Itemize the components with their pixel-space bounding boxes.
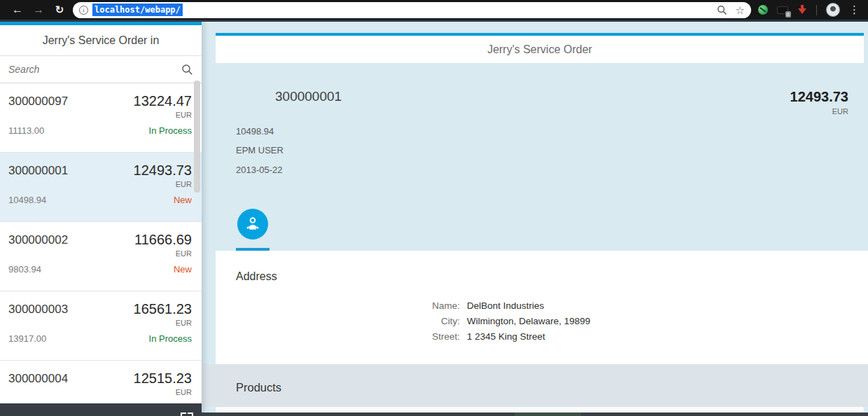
browser-menu-icon[interactable]: ⋮ <box>849 0 860 20</box>
field-label: Name: <box>216 298 460 314</box>
field-label: City: <box>216 314 460 329</box>
address-heading: Address <box>236 270 277 283</box>
page-info-icon[interactable]: i <box>79 6 88 15</box>
order-id: 300000002 <box>8 231 68 247</box>
address-form: Name: DelBont Industries City: Wilmingto… <box>216 298 868 345</box>
list-item[interactable]: 300000002 11666.69 EUR 9803.94 New <box>0 222 202 291</box>
status-badge: New <box>174 195 192 205</box>
search-input[interactable] <box>8 64 181 75</box>
tab-customer[interactable] <box>237 209 268 240</box>
toolbar-divider <box>816 5 817 15</box>
list-item-selected[interactable]: 300000001 12493.73 EUR 10498.94 New <box>0 153 202 222</box>
order-id: 300000003 <box>8 300 68 317</box>
order-currency: EUR <box>134 319 192 328</box>
order-secondary-amount: 10498.94 <box>8 195 46 205</box>
reload-icon[interactable]: ↻ <box>49 0 70 20</box>
field-value: 1 2345 King Street <box>467 329 545 345</box>
order-amount: 12515.23 <box>134 370 192 386</box>
extension-area: 8 ⋮ <box>758 0 861 20</box>
master-panel: Jerry's Service Order in 300000097 13224… <box>0 22 202 416</box>
search-field[interactable] <box>0 56 202 83</box>
customer-icon <box>244 215 262 233</box>
app-window: Jerry's Service Order in 300000097 13224… <box>0 20 868 416</box>
order-currency: EUR <box>134 180 192 189</box>
list-item[interactable]: 300000003 16561.23 EUR 13917.00 In Proce… <box>0 291 202 361</box>
address-section: Address Name: DelBont Industries City: W… <box>216 251 868 364</box>
detail-order-amount: 12493.73 <box>790 88 848 106</box>
dark-extension-icon[interactable]: 8 <box>777 6 788 14</box>
status-badge: In Process <box>149 125 192 136</box>
browser-toolbar: ← → ↻ i localhost/webapp/ ☆ 8 ⋮ <box>0 0 868 20</box>
products-heading: Products <box>236 381 281 394</box>
detail-page-title: Jerry's Service Order <box>216 33 864 63</box>
footer-button-partial[interactable] <box>514 412 581 416</box>
order-secondary-amount: 11113.00 <box>8 125 44 136</box>
master-footer-bar <box>0 403 202 416</box>
extension-badge: 8 <box>785 11 791 18</box>
detail-panel: Jerry's Service Order 300000001 12493.73… <box>202 22 868 416</box>
status-badge: New <box>174 264 192 275</box>
detail-attribute-date: 2013-05-22 <box>236 165 283 175</box>
address-row-city: City: Wilmington, Delaware, 19899 <box>216 314 868 329</box>
order-amount: 12493.73 <box>134 162 192 178</box>
bookmark-star-icon[interactable]: ☆ <box>736 2 745 18</box>
search-icon[interactable] <box>181 64 193 76</box>
red-download-extension-icon[interactable] <box>797 5 807 15</box>
back-icon[interactable]: ← <box>7 0 28 20</box>
order-id: 300000097 <box>8 92 68 109</box>
field-value: Wilmington, Delaware, 19899 <box>467 314 590 329</box>
master-title: Jerry's Service Order in <box>0 25 202 56</box>
order-id: 300000001 <box>8 162 68 178</box>
field-value: DelBont Industries <box>467 298 544 314</box>
zoom-icon[interactable] <box>717 5 727 15</box>
green-extension-icon[interactable] <box>758 5 768 15</box>
detail-attribute-user: EPM USER <box>236 145 284 155</box>
detail-attribute-net: 10498.94 <box>236 126 274 137</box>
order-id: 300000004 <box>8 370 68 386</box>
products-section: Products <box>202 364 868 407</box>
order-secondary-amount: 9803.94 <box>8 264 41 275</box>
order-secondary-amount: 13917.00 <box>8 333 46 344</box>
order-amount: 11666.69 <box>134 232 192 247</box>
field-label: Street: <box>216 329 460 345</box>
forward-icon[interactable]: → <box>28 0 49 20</box>
list-item[interactable]: 300000097 13224.47 EUR 11113.00 In Proce… <box>0 83 202 153</box>
order-currency: EUR <box>134 388 192 397</box>
order-list: 300000097 13224.47 EUR 11113.00 In Proce… <box>0 83 202 416</box>
order-currency: EUR <box>134 111 192 120</box>
url-text[interactable]: localhost/webapp/ <box>92 4 183 16</box>
products-table-edge <box>216 407 864 412</box>
order-currency: EUR <box>134 249 192 258</box>
url-bar[interactable]: i localhost/webapp/ ☆ <box>73 2 751 18</box>
status-badge: In Process <box>149 333 192 344</box>
order-amount: 13224.47 <box>134 93 192 109</box>
address-row-street: Street: 1 2345 King Street <box>216 329 868 345</box>
profile-avatar[interactable] <box>826 3 840 17</box>
detail-footer-bar <box>202 412 868 416</box>
detail-amount-block: 12493.73 EUR <box>790 88 848 116</box>
address-row-name: Name: DelBont Industries <box>216 298 868 314</box>
full-screen-icon[interactable] <box>181 412 193 416</box>
scrollbar-thumb[interactable] <box>194 81 200 193</box>
detail-order-currency: EUR <box>790 107 848 116</box>
order-amount: 16561.23 <box>134 301 192 317</box>
detail-order-id: 300000001 <box>275 89 342 104</box>
